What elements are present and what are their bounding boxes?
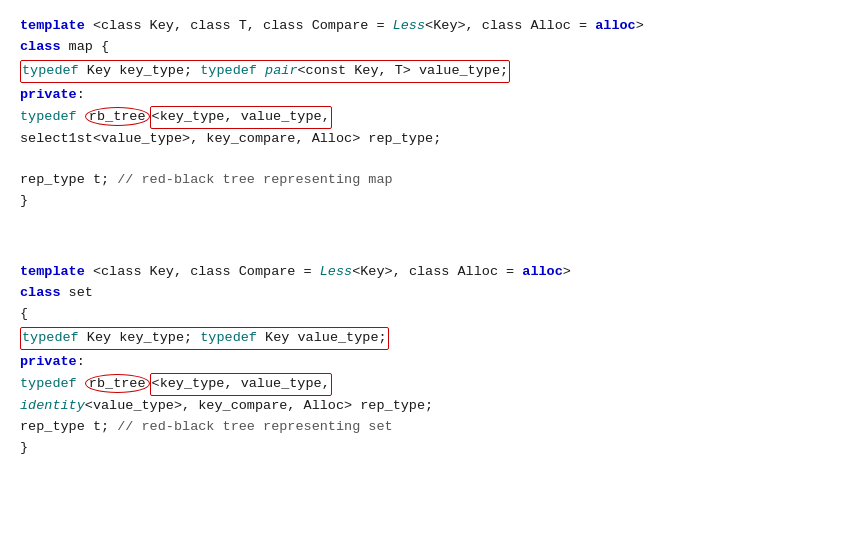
- typedef-kw-rbtree: typedef: [20, 109, 77, 124]
- section-divider: [20, 240, 832, 262]
- alloc-bold: alloc: [595, 18, 636, 33]
- less-italic: Less: [393, 18, 425, 33]
- typedef-kw-set-2: typedef: [200, 330, 257, 345]
- keyword-private-set: private: [20, 354, 77, 369]
- line-class-map: class map {: [20, 37, 832, 58]
- rb-tree-circle: rb_tree: [85, 107, 150, 126]
- line-private-set: private:: [20, 352, 832, 373]
- line-rept-set: rep_type t; // red-black tree representi…: [20, 417, 832, 438]
- typedef-kw-set-1: typedef: [22, 330, 79, 345]
- less-italic-set: Less: [320, 264, 352, 279]
- comment-map: // red-black tree representing map: [117, 172, 392, 187]
- section-set: template <class Key, class Compare = Les…: [20, 262, 832, 458]
- line-class-set: class set: [20, 283, 832, 304]
- line-typedef-rbtree-set: typedef rb_tree<key_type, value_type,: [20, 373, 832, 396]
- typedef-box-set: typedef Key key_type; typedef Key value_…: [20, 327, 832, 350]
- red-box-set: typedef Key key_type; typedef Key value_…: [20, 327, 389, 350]
- line-select1st: select1st<value_type>, key_compare, Allo…: [20, 129, 832, 150]
- rb-tree-circle-set: rb_tree: [85, 374, 150, 393]
- line-rept-map: rep_type t; // red-black tree representi…: [20, 170, 832, 191]
- line-typedef-rbtree-map: typedef rb_tree<key_type, value_type,: [20, 106, 832, 129]
- comment-set: // red-black tree representing set: [117, 419, 392, 434]
- keyword-class: class: [20, 39, 61, 54]
- typedef-kw-1: typedef: [22, 63, 79, 78]
- line-identity: identity<value_type>, key_compare, Alloc…: [20, 396, 832, 417]
- identity-italic: identity: [20, 398, 85, 413]
- typedef-kw-rbtree-set: typedef: [20, 376, 77, 391]
- line-template-set: template <class Key, class Compare = Les…: [20, 262, 832, 283]
- keyword-class-set: class: [20, 285, 61, 300]
- typedef-box-map: typedef Key key_type; typedef pair<const…: [20, 60, 832, 83]
- line-close-map: }: [20, 191, 832, 212]
- keyword-private: private: [20, 87, 77, 102]
- line-private-map: private:: [20, 85, 832, 106]
- pair-italic: pair: [265, 63, 297, 78]
- alloc-bold-set: alloc: [522, 264, 563, 279]
- section-map: template <class Key, class T, class Comp…: [20, 16, 832, 212]
- blank-line-map: [20, 150, 832, 171]
- line-open-brace-set: {: [20, 304, 832, 325]
- keyword-template-set: template: [20, 264, 85, 279]
- line-template-map: template <class Key, class T, class Comp…: [20, 16, 832, 37]
- typedef-kw-2: typedef: [200, 63, 257, 78]
- line-close-set: }: [20, 438, 832, 459]
- red-box-rbtree-args-map: <key_type, value_type,: [150, 106, 332, 129]
- red-box-rbtree-args-set: <key_type, value_type,: [150, 373, 332, 396]
- keyword-template: template: [20, 18, 85, 33]
- red-box-map: typedef Key key_type; typedef pair<const…: [20, 60, 510, 83]
